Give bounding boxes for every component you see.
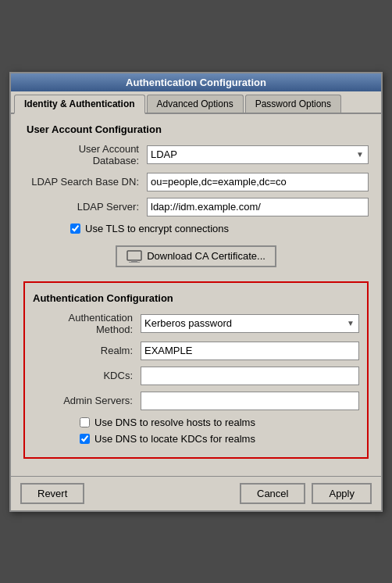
admin-servers-row: Admin Servers: [33,392,359,410]
user-account-database-label: User Account Database: [30,143,147,166]
ldap-server-input[interactable] [147,198,369,216]
user-account-database-row: User Account Database: LDAP [23,143,369,166]
tls-checkbox-row: Use TLS to encrypt connections [23,223,369,234]
kdcs-label: KDCs: [39,370,141,381]
download-ca-button[interactable]: Download CA Certificate... [116,245,276,267]
user-account-database-select-wrapper: LDAP [147,145,369,164]
auth-method-label: Authentication Method: [39,312,141,335]
auth-method-select[interactable]: Kerberos password [141,314,359,333]
auth-config-box: Authentication Configuration Authenticat… [23,281,369,459]
dns-resolve-label: Use DNS to resolve hosts to realms [94,417,255,428]
dns-locate-checkbox[interactable] [80,434,90,444]
monitor-icon [127,250,142,263]
kdcs-row: KDCs: [33,367,359,385]
svg-rect-1 [131,260,137,262]
user-account-section-title: User Account Configuration [27,123,369,135]
tab-bar: Identity & Authentication Advanced Optio… [11,91,381,114]
revert-button[interactable]: Revert [20,483,84,504]
download-ca-label: Download CA Certificate... [147,250,265,262]
right-buttons: Cancel Apply [240,483,372,504]
tab-identity-authentication[interactable]: Identity & Authentication [14,95,145,114]
tls-label: Use TLS to encrypt connections [85,223,229,234]
tls-checkbox[interactable] [70,224,80,234]
ldap-server-label: LDAP Server: [30,201,147,213]
dns-locate-row: Use DNS to locate KDCs for realms [33,433,359,445]
dns-resolve-row: Use DNS to resolve hosts to realms [33,417,359,428]
svg-rect-0 [127,251,141,260]
admin-servers-input[interactable] [141,392,359,410]
auth-method-row: Authentication Method: Kerberos password [33,312,359,335]
dialog-window: Authentication Configuration Identity & … [9,72,383,512]
tab-password-options[interactable]: Password Options [245,95,341,113]
tab-advanced-options[interactable]: Advanced Options [147,95,244,113]
ldap-search-input[interactable] [147,173,369,191]
dialog-titlebar: Authentication Configuration [11,73,381,91]
auth-method-select-wrapper: Kerberos password [141,314,359,333]
ldap-search-label: LDAP Search Base DN: [30,176,147,188]
dns-resolve-checkbox[interactable] [80,417,90,427]
realm-row: Realm: [33,342,359,360]
user-account-database-select[interactable]: LDAP [147,145,369,164]
kdcs-input[interactable] [141,367,359,385]
svg-rect-2 [129,262,140,263]
cancel-button[interactable]: Cancel [240,483,305,504]
dialog-title: Authentication Configuration [126,77,266,88]
button-bar: Revert Cancel Apply [11,476,381,510]
ldap-server-row: LDAP Server: [23,198,369,216]
ldap-search-row: LDAP Search Base DN: [23,173,369,191]
download-btn-container: Download CA Certificate... [23,239,369,274]
realm-label: Realm: [39,345,141,356]
tab-content: User Account Configuration User Account … [11,114,381,476]
apply-button[interactable]: Apply [312,483,372,504]
realm-input[interactable] [141,342,359,360]
dns-locate-label: Use DNS to locate KDCs for realms [94,433,255,445]
admin-servers-label: Admin Servers: [39,395,141,406]
auth-config-title: Authentication Configuration [33,292,359,304]
